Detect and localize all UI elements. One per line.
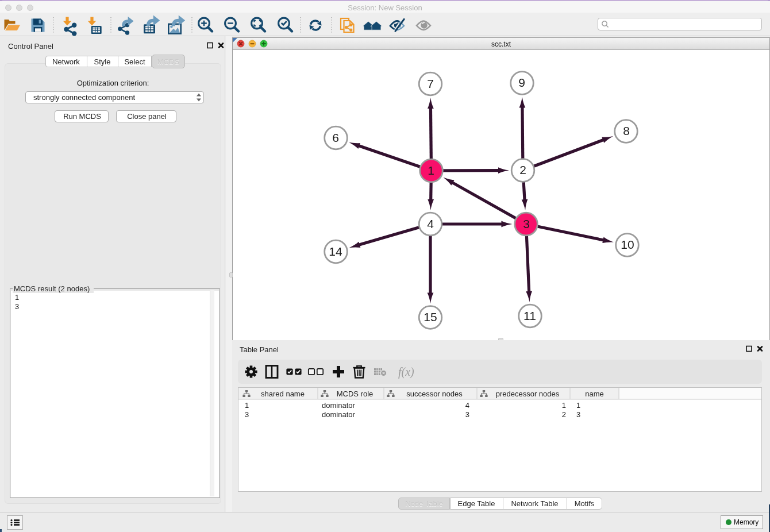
svg-text:3: 3 xyxy=(576,410,580,419)
svg-text:successor nodes: successor nodes xyxy=(406,390,463,398)
svg-text:shared name: shared name xyxy=(261,390,305,398)
svg-text:dominator: dominator xyxy=(322,410,355,419)
svg-text:dominator: dominator xyxy=(322,401,355,410)
svg-text:1: 1 xyxy=(576,401,580,410)
svg-text:name: name xyxy=(585,390,604,398)
svg-text:3: 3 xyxy=(465,410,469,419)
svg-text:2: 2 xyxy=(562,410,566,419)
svg-text:MCDS role: MCDS role xyxy=(337,390,374,398)
svg-text:4: 4 xyxy=(465,401,469,410)
svg-text:f(x): f(x) xyxy=(398,365,414,379)
svg-text:predecessor nodes: predecessor nodes xyxy=(496,390,560,398)
svg-text:3: 3 xyxy=(245,410,249,419)
svg-text:1: 1 xyxy=(562,401,566,410)
svg-text:1: 1 xyxy=(245,401,249,410)
